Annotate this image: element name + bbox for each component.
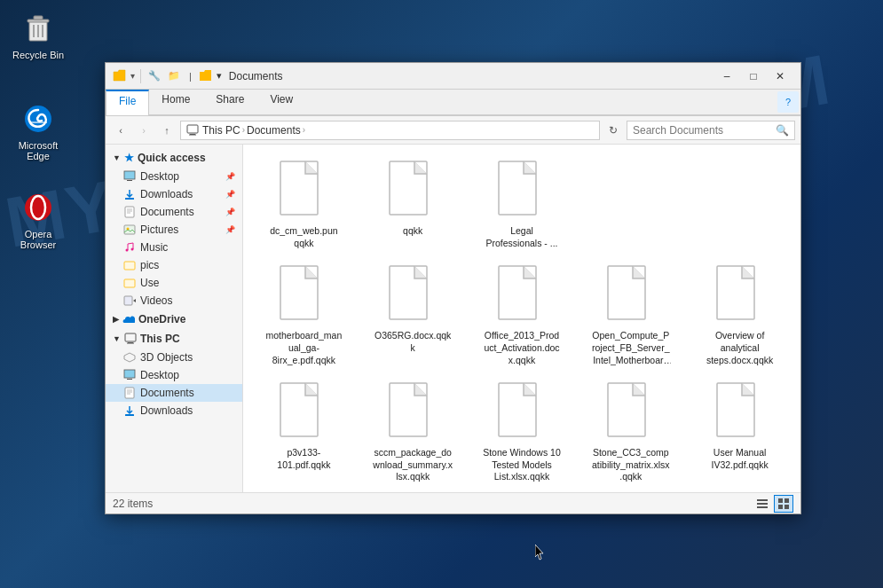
documents-sidebar-icon bbox=[123, 206, 136, 218]
ribbon-tabs: File Home Share View ? bbox=[106, 90, 800, 115]
svg-rect-30 bbox=[124, 370, 135, 378]
folder-icon bbox=[113, 69, 127, 83]
quick-access-star: ★ bbox=[124, 152, 134, 164]
svg-rect-52 bbox=[757, 499, 768, 501]
downloads2-sidebar-icon bbox=[123, 404, 136, 417]
tab-home[interactable]: Home bbox=[149, 90, 203, 114]
file-item-12[interactable]: User Manual IV32.pdf.qqkk bbox=[686, 373, 793, 489]
new-folder-icon[interactable]: 📁 bbox=[168, 70, 180, 82]
sidebar-item-videos[interactable]: Videos bbox=[106, 292, 242, 310]
file-name-8: p3v133-101.pdf.qqkk bbox=[264, 447, 343, 471]
content-area: dc_cm_web.pun qqkk qqkk bbox=[243, 145, 800, 492]
sidebar-item-downloads2[interactable]: Downloads bbox=[106, 402, 242, 419]
title-bar-left: ▾ 🔧 📁 | ▾ Documents bbox=[113, 69, 713, 83]
sidebar-item-pics[interactable]: pics bbox=[106, 256, 242, 274]
this-pc-icon bbox=[124, 333, 137, 345]
sidebar-downloads-label: Downloads bbox=[140, 188, 193, 200]
file-name-2: Legal Professionals - ... bbox=[482, 225, 562, 249]
sidebar-item-desktop[interactable]: Desktop 📌 bbox=[106, 168, 242, 185]
desktop-sidebar-icon bbox=[123, 170, 136, 183]
separator bbox=[140, 69, 141, 83]
pin-icon-downloads: 📌 bbox=[225, 190, 235, 199]
sidebar-item-documents[interactable]: Documents 📌 bbox=[106, 203, 242, 221]
tab-share[interactable]: Share bbox=[203, 90, 257, 114]
sidebar-downloads2-label: Downloads bbox=[140, 404, 193, 417]
thispc-chevron: ▼ bbox=[113, 334, 121, 343]
sidebar-item-documents2[interactable]: Documents bbox=[106, 384, 242, 402]
details-view-button[interactable] bbox=[753, 495, 772, 513]
doc-icon-5 bbox=[497, 264, 547, 325]
file-item-6[interactable]: Open_Compute_Project_FB_Server_Intel_Mot… bbox=[577, 256, 684, 372]
svg-rect-57 bbox=[778, 505, 783, 509]
breadcrumb-sep2: › bbox=[303, 125, 305, 135]
title-bar-buttons: – □ ✕ bbox=[713, 63, 793, 90]
sidebar-quick-access[interactable]: ▼ ★ Quick access bbox=[106, 148, 242, 168]
sidebar-documents-label: Documents bbox=[140, 206, 194, 218]
doc-icon-7 bbox=[715, 264, 765, 325]
pictures-sidebar-icon bbox=[123, 223, 136, 236]
onedrive-label: OneDrive bbox=[138, 313, 185, 325]
help-button[interactable]: ? bbox=[777, 91, 799, 113]
file-item-7[interactable]: Overview of analytical steps.docx.qqkk bbox=[686, 256, 793, 372]
properties-icon[interactable]: 🔧 bbox=[148, 70, 161, 82]
sidebar-item-music[interactable]: Music bbox=[106, 239, 242, 256]
file-item-1[interactable]: qqkk bbox=[359, 152, 467, 255]
file-item-10[interactable]: Stone Windows 10 Tested Models List.xlsx… bbox=[469, 373, 576, 489]
forward-button[interactable]: › bbox=[134, 121, 154, 140]
svg-rect-12 bbox=[124, 171, 135, 179]
file-item-11[interactable]: Stone_CC3_compatibility_matrix.xlsx.qqkk bbox=[577, 373, 684, 489]
sidebar-videos-label: Videos bbox=[140, 294, 172, 307]
up-button[interactable]: ↑ bbox=[157, 121, 177, 140]
svg-rect-55 bbox=[778, 498, 783, 503]
minimize-button[interactable]: – bbox=[713, 63, 740, 90]
sidebar-item-3d-objects[interactable]: 3D Objects bbox=[106, 349, 242, 366]
svg-rect-9 bbox=[187, 125, 198, 133]
sidebar-item-use[interactable]: Use bbox=[106, 274, 242, 292]
file-item-0[interactable]: dc_cm_web.pun qqkk bbox=[250, 152, 358, 255]
maximize-button[interactable]: □ bbox=[740, 63, 767, 90]
back-button[interactable]: ‹ bbox=[111, 121, 130, 140]
sidebar-use-label: Use bbox=[140, 277, 159, 289]
sidebar-onedrive[interactable]: ▶ OneDrive bbox=[106, 310, 242, 329]
file-name-12: User Manual IV32.pdf.qqkk bbox=[700, 447, 780, 471]
explorer-window: ▾ 🔧 📁 | ▾ Documents – □ ✕ File Hom bbox=[105, 62, 801, 514]
file-item-4[interactable]: O365RG.docx.qqkk bbox=[359, 256, 467, 372]
refresh-button[interactable]: ↻ bbox=[603, 121, 623, 140]
sidebar-pictures-label: Pictures bbox=[140, 223, 178, 236]
sidebar-item-downloads[interactable]: Downloads 📌 bbox=[106, 185, 242, 203]
file-item-8[interactable]: p3v133-101.pdf.qqkk bbox=[250, 373, 358, 489]
svg-point-21 bbox=[126, 249, 129, 252]
file-item-2[interactable]: Legal Professionals - ... bbox=[469, 152, 576, 255]
address-box[interactable]: This PC › Documents › bbox=[180, 121, 600, 140]
doc-icon-0 bbox=[279, 160, 328, 220]
file-item-9[interactable]: sccm_package_download_summary.xlsx.qqkk bbox=[359, 373, 467, 489]
sidebar-this-pc[interactable]: ▼ This PC bbox=[106, 329, 242, 349]
tab-file[interactable]: File bbox=[106, 90, 149, 115]
desktop-icon-recycle-bin[interactable]: Recycle Bin bbox=[7, 7, 69, 64]
breadcrumb: This PC › Documents › bbox=[202, 124, 305, 137]
desktop: MYANTISPYWARE.COM Recycle Bin Microsoft … bbox=[0, 0, 883, 588]
search-input[interactable] bbox=[633, 124, 772, 137]
file-icon-4 bbox=[384, 262, 441, 327]
close-button[interactable]: ✕ bbox=[767, 63, 793, 90]
desktop-icon-opera[interactable]: Opera Browser bbox=[7, 186, 69, 254]
edge-label: Microsoft Edge bbox=[11, 140, 66, 161]
tab-view[interactable]: View bbox=[257, 90, 306, 114]
videos-sidebar-icon bbox=[123, 294, 136, 307]
desktop2-sidebar-icon bbox=[123, 369, 136, 381]
file-item-3[interactable]: motherboard_manual_ga-8irx_e.pdf.qqkk bbox=[250, 256, 358, 372]
large-icons-view-button[interactable] bbox=[774, 495, 793, 513]
svg-rect-13 bbox=[127, 180, 132, 181]
window-title: Documents bbox=[229, 70, 283, 82]
breadcrumb-thispc[interactable]: This PC bbox=[202, 124, 240, 137]
search-icon[interactable]: 🔍 bbox=[776, 124, 789, 137]
file-item-5[interactable]: Office_2013_Product_Activation.docx.qqkk bbox=[469, 256, 576, 372]
doc-icon-4 bbox=[388, 264, 438, 325]
onedrive-chevron: ▶ bbox=[113, 315, 119, 324]
search-box[interactable]: 🔍 bbox=[627, 121, 795, 140]
breadcrumb-documents[interactable]: Documents bbox=[247, 124, 301, 137]
desktop-icon-edge[interactable]: Microsoft Edge bbox=[7, 98, 69, 165]
svg-rect-58 bbox=[784, 505, 789, 509]
sidebar-item-pictures[interactable]: Pictures 📌 bbox=[106, 221, 242, 239]
sidebar-item-desktop2[interactable]: Desktop bbox=[106, 366, 242, 384]
